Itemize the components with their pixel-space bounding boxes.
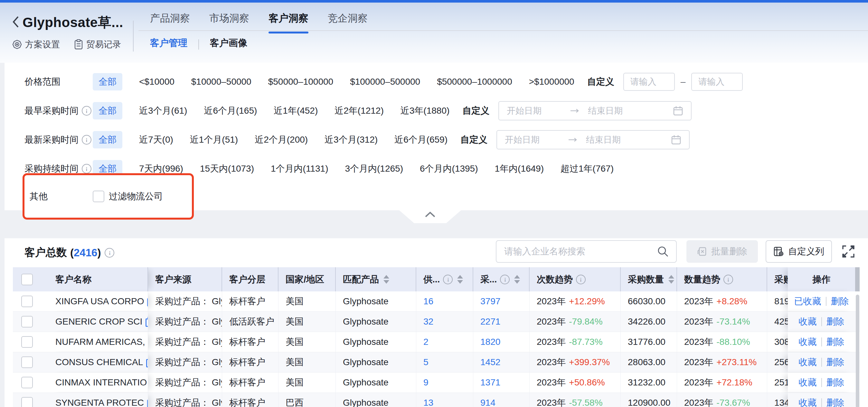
custom-max-input[interactable]: 请输入: [691, 73, 743, 91]
info-icon[interactable]: [500, 275, 510, 284]
fullscreen-icon[interactable]: [842, 245, 855, 258]
search-icon[interactable]: [657, 245, 669, 258]
column-header[interactable]: 客户分层: [222, 267, 278, 291]
column-header[interactable]: 国家/地区: [278, 267, 336, 291]
delete-link[interactable]: 删除: [827, 376, 844, 389]
filter-option[interactable]: 近3年(1880): [401, 105, 450, 117]
filter-option[interactable]: 近2个月(200): [255, 134, 308, 146]
filter-option[interactable]: 1年内(1649): [495, 163, 544, 175]
filter-option[interactable]: 近3个月(61): [139, 105, 187, 117]
filter-option[interactable]: 近7天(0): [139, 134, 173, 146]
filter-option[interactable]: 近3个月(312): [324, 134, 378, 146]
suppliers-count-link[interactable]: 13: [423, 398, 433, 407]
column-header[interactable]: 采购数量: [621, 267, 677, 291]
quick-link-trade-records[interactable]: 贸易记录: [74, 39, 121, 50]
filter-option[interactable]: $50000–100000: [268, 76, 333, 87]
collapse-filters-button[interactable]: [399, 210, 461, 223]
favorite-link[interactable]: 收藏: [799, 336, 817, 348]
suppliers-count-link[interactable]: 16: [423, 296, 433, 307]
purchases-count-link[interactable]: 1371: [480, 377, 500, 388]
sort-icon[interactable]: [457, 275, 463, 284]
suppliers-count-link[interactable]: 9: [423, 377, 429, 388]
row-checkbox[interactable]: [21, 316, 33, 327]
delete-link[interactable]: 删除: [827, 397, 844, 407]
customer-table-section: 客户总数 ( 2416 ) 批量删除 自定义列 客户名称客户来源客户分层国家/地…: [4, 238, 868, 407]
filter-option[interactable]: $10000–50000: [191, 76, 251, 87]
suppliers-count-link[interactable]: 32: [423, 316, 433, 327]
vertical-scrollbar[interactable]: [856, 294, 859, 407]
column-header[interactable]: 客户来源: [148, 267, 222, 291]
date-range-picker[interactable]: 开始日期结束日期: [498, 101, 691, 120]
filter-option[interactable]: 近1年(452): [274, 105, 318, 117]
filter-option[interactable]: 近6个月(659): [394, 134, 447, 146]
row-checkbox[interactable]: [21, 336, 33, 348]
select-all-checkbox[interactable]: [21, 274, 33, 285]
back-icon[interactable]: [11, 15, 20, 28]
custom-columns-button[interactable]: 自定义列: [766, 240, 832, 263]
favorite-link[interactable]: 已收藏: [794, 295, 821, 308]
filter-option[interactable]: 近1个月(51): [190, 134, 238, 146]
row-checkbox[interactable]: [21, 295, 33, 307]
favorite-link[interactable]: 收藏: [799, 356, 817, 368]
sort-icon[interactable]: [669, 275, 674, 284]
column-header[interactable]: 供...: [416, 267, 473, 291]
filter-option[interactable]: 15天内(1073): [200, 163, 254, 175]
filter-option[interactable]: 全部: [93, 131, 122, 149]
column-header[interactable]: 客户名称: [48, 267, 148, 291]
info-icon[interactable]: [82, 164, 91, 174]
custom-range-label[interactable]: 自定义: [460, 134, 488, 146]
info-icon[interactable]: [723, 275, 733, 284]
custom-range-label[interactable]: 自定义: [587, 76, 614, 88]
sub-tab[interactable]: 客户画像: [210, 37, 247, 52]
info-icon[interactable]: [82, 106, 91, 116]
filter-option[interactable]: 6个月内(1395): [420, 163, 478, 175]
batch-delete-button[interactable]: 批量删除: [686, 240, 758, 263]
suppliers-count-link[interactable]: 5: [423, 357, 429, 367]
delete-link[interactable]: 删除: [827, 336, 844, 348]
sub-tab[interactable]: 客户管理: [150, 37, 187, 52]
date-range-picker[interactable]: 开始日期结束日期: [496, 130, 690, 149]
filter-option[interactable]: 近2年(1212): [335, 105, 384, 117]
filter-option[interactable]: $100000–500000: [350, 76, 420, 87]
column-header[interactable]: 数量趋势: [677, 267, 767, 291]
purchases-count-link[interactable]: 914: [480, 398, 495, 407]
delete-link[interactable]: 删除: [827, 356, 844, 368]
info-icon[interactable]: [105, 248, 114, 258]
purchases-count-link[interactable]: 1452: [480, 357, 500, 367]
purchases-count-link[interactable]: 3797: [480, 296, 500, 307]
filter-option[interactable]: <$10000: [139, 76, 175, 87]
copy-icon[interactable]: [146, 316, 148, 327]
quick-link-plan-settings[interactable]: 方案设置: [12, 39, 60, 50]
delete-link[interactable]: 删除: [831, 295, 849, 308]
sort-icon[interactable]: [383, 275, 389, 284]
filter-option[interactable]: 近6个月(165): [204, 105, 257, 117]
filter-option[interactable]: $500000–1000000: [437, 76, 512, 87]
custom-min-input[interactable]: 请输入: [623, 73, 675, 91]
sort-icon[interactable]: [514, 275, 520, 284]
column-header[interactable]: 次数趋势: [530, 267, 621, 291]
favorite-link[interactable]: 收藏: [799, 376, 817, 389]
delete-link[interactable]: 删除: [827, 316, 844, 328]
suppliers-count-link[interactable]: 2: [423, 337, 429, 347]
filter-option[interactable]: 超过1年(767): [561, 163, 614, 175]
favorite-link[interactable]: 收藏: [799, 316, 817, 328]
row-checkbox[interactable]: [21, 397, 33, 407]
info-icon[interactable]: [576, 275, 586, 284]
search-input[interactable]: [503, 246, 657, 257]
filter-option[interactable]: 1个月内(1131): [271, 163, 328, 175]
filter-option[interactable]: 全部: [93, 73, 122, 91]
column-header[interactable]: 采...: [473, 267, 530, 291]
favorite-link[interactable]: 收藏: [799, 397, 817, 407]
column-header[interactable]: 匹配产品: [336, 267, 416, 291]
row-checkbox[interactable]: [21, 356, 33, 368]
custom-range-label[interactable]: 自定义: [462, 105, 489, 117]
info-icon[interactable]: [443, 275, 453, 284]
purchases-count-link[interactable]: 1820: [480, 337, 500, 347]
purchases-count-link[interactable]: 2271: [480, 316, 500, 327]
filter-logistics-checkbox[interactable]: [93, 191, 104, 202]
filter-option[interactable]: 全部: [93, 102, 122, 120]
filter-option[interactable]: 3个月内(1265): [345, 163, 403, 175]
row-checkbox[interactable]: [21, 377, 33, 388]
filter-option[interactable]: >$1000000: [529, 76, 575, 87]
info-icon[interactable]: [82, 135, 91, 145]
